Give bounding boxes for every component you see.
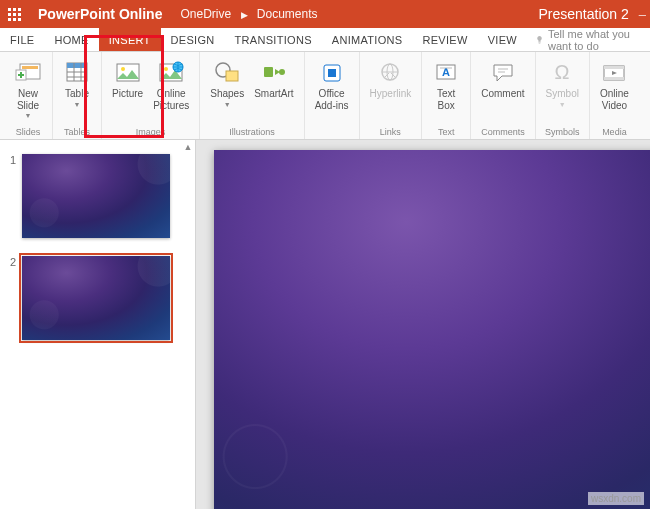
- addins-icon: [318, 58, 346, 86]
- shapes-button[interactable]: Shapes ▼: [206, 56, 248, 125]
- ribbon-group-tables: Table ▼ Tables: [53, 52, 102, 139]
- new-slide-label: New Slide: [17, 88, 39, 111]
- svg-text:Ω: Ω: [555, 61, 570, 83]
- group-label-comments: Comments: [481, 125, 525, 137]
- tab-animations[interactable]: ANIMATIONS: [322, 28, 413, 51]
- thumbnail-row-2[interactable]: 2: [0, 252, 195, 354]
- picture-icon: [114, 58, 142, 86]
- breadcrumb-separator-icon: ▶: [241, 10, 248, 20]
- text-box-button[interactable]: A Text Box: [428, 56, 464, 125]
- svg-rect-30: [604, 66, 624, 69]
- ribbon-group-comments: Comment Comments: [471, 52, 535, 139]
- table-icon: [63, 58, 91, 86]
- textbox-icon: A: [432, 58, 460, 86]
- group-label-tables: Tables: [64, 125, 90, 137]
- ribbon: New Slide ▼ Slides Table ▼ Tables Pictur…: [0, 52, 650, 140]
- comment-label: Comment: [481, 88, 524, 100]
- breadcrumb-root[interactable]: OneDrive: [180, 7, 231, 21]
- symbol-button[interactable]: Ω Symbol ▼: [542, 56, 583, 125]
- smartart-button[interactable]: SmartArt: [250, 56, 297, 125]
- new-slide-icon: [14, 58, 42, 86]
- group-label-images: Images: [136, 125, 166, 137]
- group-label-addins: [330, 125, 333, 137]
- tab-review[interactable]: REVIEW: [412, 28, 477, 51]
- ribbon-group-illustrations: Shapes ▼ SmartArt Illustrations: [200, 52, 304, 139]
- ribbon-group-addins: Office Add-ins: [305, 52, 360, 139]
- tab-view[interactable]: VIEW: [478, 28, 527, 51]
- table-button[interactable]: Table ▼: [59, 56, 95, 125]
- symbol-icon: Ω: [548, 58, 576, 86]
- ribbon-group-images: Picture Online Pictures Images: [102, 52, 200, 139]
- shapes-icon: [213, 58, 241, 86]
- slide-canvas-area[interactable]: [196, 140, 650, 509]
- thumbnail-panel[interactable]: ▲ 1 2: [0, 140, 196, 509]
- tab-home[interactable]: HOME: [44, 28, 98, 51]
- comment-button[interactable]: Comment: [477, 56, 528, 125]
- ribbon-group-text: A Text Box Text: [422, 52, 471, 139]
- online-pictures-label: Online Pictures: [153, 88, 189, 111]
- title-bar: PowerPoint Online OneDrive ▶ Documents P…: [0, 0, 650, 28]
- breadcrumb-folder[interactable]: Documents: [257, 7, 318, 21]
- lightbulb-icon: [535, 34, 544, 46]
- slide-thumbnail-1[interactable]: [22, 154, 170, 238]
- thumbnail-row-1[interactable]: 1: [0, 150, 195, 252]
- office-addins-button[interactable]: Office Add-ins: [311, 56, 353, 125]
- smartart-icon: [260, 58, 288, 86]
- online-video-button[interactable]: Online Video: [596, 56, 633, 125]
- breadcrumb[interactable]: OneDrive ▶ Documents: [180, 7, 317, 21]
- document-title[interactable]: Presentation 2: [538, 6, 628, 22]
- group-label-slides: Slides: [16, 125, 41, 137]
- video-icon: [600, 58, 628, 86]
- tab-insert[interactable]: INSERT: [99, 28, 161, 51]
- slide-number: 2: [10, 256, 22, 268]
- svg-point-12: [164, 67, 168, 71]
- online-pictures-button[interactable]: Online Pictures: [149, 56, 193, 125]
- scroll-up-icon[interactable]: ▲: [181, 140, 195, 154]
- ribbon-group-media: Online Video Media: [590, 52, 639, 139]
- group-label-illustrations: Illustrations: [229, 125, 275, 137]
- slide-canvas[interactable]: [214, 150, 650, 509]
- comment-icon: [489, 58, 517, 86]
- tell-me-placeholder: Tell me what you want to do: [548, 28, 650, 52]
- chevron-down-icon: ▼: [74, 101, 81, 108]
- ribbon-group-symbols: Ω Symbol ▼ Symbols: [536, 52, 590, 139]
- addins-label: Office Add-ins: [315, 88, 349, 111]
- title-dash: –: [639, 7, 646, 22]
- group-label-symbols: Symbols: [545, 125, 580, 137]
- group-label-links: Links: [380, 125, 401, 137]
- tab-file[interactable]: FILE: [0, 28, 44, 51]
- chevron-down-icon: ▼: [25, 112, 32, 119]
- group-label-media: Media: [602, 125, 627, 137]
- svg-rect-1: [22, 66, 38, 69]
- svg-point-10: [121, 67, 125, 71]
- online-video-label: Online Video: [600, 88, 629, 111]
- svg-rect-15: [226, 71, 238, 81]
- app-name: PowerPoint Online: [38, 6, 162, 22]
- tell-me-search[interactable]: Tell me what you want to do: [535, 28, 650, 51]
- new-slide-button[interactable]: New Slide ▼: [10, 56, 46, 125]
- waffle-icon: [8, 8, 21, 21]
- smartart-label: SmartArt: [254, 88, 293, 100]
- online-pictures-icon: [157, 58, 185, 86]
- ribbon-group-links: Hyperlink Links: [360, 52, 423, 139]
- hyperlink-icon: [376, 58, 404, 86]
- text-box-label: Text Box: [437, 88, 455, 111]
- symbol-label: Symbol: [546, 88, 579, 100]
- slide-thumbnail-2[interactable]: [22, 256, 170, 340]
- svg-rect-31: [604, 77, 624, 80]
- workspace: ▲ 1 2: [0, 140, 650, 509]
- svg-point-17: [279, 69, 285, 75]
- tab-design[interactable]: DESIGN: [161, 28, 225, 51]
- picture-button[interactable]: Picture: [108, 56, 147, 125]
- tab-transitions[interactable]: TRANSITIONS: [225, 28, 322, 51]
- slide-number: 1: [10, 154, 22, 166]
- watermark: wsxdn.com: [588, 492, 644, 505]
- group-label-text: Text: [438, 125, 455, 137]
- hyperlink-button[interactable]: Hyperlink: [366, 56, 416, 125]
- svg-rect-19: [328, 69, 336, 77]
- table-label: Table: [65, 88, 89, 100]
- chevron-down-icon: ▼: [224, 101, 231, 108]
- ribbon-tabs: FILE HOME INSERT DESIGN TRANSITIONS ANIM…: [0, 28, 650, 52]
- chevron-down-icon: ▼: [559, 101, 566, 108]
- app-launcher-button[interactable]: [0, 0, 28, 28]
